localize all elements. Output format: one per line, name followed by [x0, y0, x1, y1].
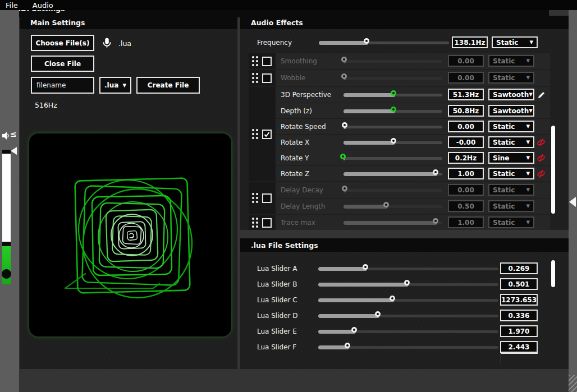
effect-slider[interactable] — [344, 154, 442, 163]
menu-audio[interactable]: Audio — [33, 1, 53, 10]
frequency-mode-dropdown[interactable]: Static▼ — [492, 36, 538, 48]
effect-mode-dropdown[interactable]: Static▼ — [488, 72, 534, 84]
lua-slider-label: Lua Slider C — [257, 296, 297, 304]
effect-mode-dropdown[interactable]: Static▼ — [488, 136, 534, 148]
spin-toggle-button[interactable] — [535, 169, 547, 179]
effect-mode-dropdown[interactable]: Static▼ — [488, 216, 534, 228]
spin-toggle-button[interactable] — [535, 137, 547, 147]
lua-slider[interactable] — [318, 311, 498, 320]
effect-row: Wobble 0.00 Static▼ — [276, 70, 550, 86]
volume-meter[interactable] — [2, 150, 11, 286]
chevron-down-icon: ▼ — [529, 108, 533, 113]
lua-sliders: Lua Slider A 0.269 Lua Slider B 0.501 Lu… — [240, 261, 569, 355]
close-file-button[interactable]: Close File — [31, 56, 94, 72]
audio-effects-header: Audio Effects — [240, 16, 569, 29]
effect-label: Delay Length — [281, 202, 326, 210]
effect-slider[interactable] — [344, 138, 442, 147]
edit-effect-button[interactable] — [535, 90, 547, 100]
lua-scrollbar[interactable] — [551, 260, 555, 287]
effect-row: Rotate Speed 0.00 Static▼ — [276, 118, 550, 134]
volume-tick — [2, 242, 11, 246]
effect-value[interactable]: 51.3Hz — [448, 89, 484, 100]
drag-handle-icon[interactable] — [252, 129, 258, 139]
volume-slider-thumb[interactable] — [2, 269, 11, 279]
effect-label: Rotate Y — [281, 154, 309, 162]
effect-slider[interactable] — [344, 90, 442, 99]
drag-handle-icon[interactable] — [252, 56, 258, 66]
right-gutter — [569, 10, 577, 392]
effect-mode-dropdown[interactable]: Static▼ — [488, 184, 534, 196]
effect-enable-checkbox[interactable] — [262, 73, 272, 83]
audio-effects-panel: Audio Effects Frequency 138.1Hz Static▼ … — [240, 16, 569, 230]
resize-grip[interactable] — [569, 375, 577, 392]
lua-slider-label: Lua Slider F — [257, 343, 296, 351]
lua-slider-row: Lua Slider E 1.970 — [240, 324, 569, 339]
group-controls — [249, 182, 276, 214]
effect-mode-dropdown[interactable]: Static▼ — [488, 121, 534, 132]
effect-slider[interactable] — [344, 57, 442, 66]
effect-value[interactable]: 0.50 — [448, 200, 484, 212]
effect-slider[interactable] — [344, 169, 442, 178]
volume-marker-triangle[interactable] — [11, 147, 17, 155]
effect-mode-dropdown[interactable]: Sawtooth▼ — [488, 105, 534, 117]
frequency-slider[interactable] — [319, 38, 449, 47]
effect-mode-dropdown[interactable]: Static▼ — [488, 168, 534, 179]
lua-slider[interactable] — [318, 280, 498, 289]
effect-slider[interactable] — [344, 107, 442, 116]
lua-settings-header: .lua File Settings — [240, 238, 569, 252]
effect-label: Trace max — [281, 219, 315, 227]
effect-slider[interactable] — [344, 202, 442, 211]
lua-slider-value[interactable]: 1273.653 — [500, 294, 538, 306]
lua-slider-value[interactable]: 0.269 — [500, 262, 538, 274]
menu-file[interactable]: File — [6, 1, 18, 10]
effect-mode-dropdown[interactable]: Sine▼ — [488, 152, 534, 164]
filename-input[interactable]: filename — [31, 77, 94, 94]
effect-value[interactable]: 0.00 — [448, 184, 484, 196]
lua-slider[interactable] — [318, 264, 498, 273]
effect-enable-checkbox[interactable] — [262, 130, 272, 139]
lua-slider[interactable] — [318, 296, 498, 305]
effect-enable-checkbox[interactable] — [262, 193, 272, 203]
spin-toggle-button[interactable] — [535, 153, 547, 163]
effect-mode-dropdown[interactable]: Sawtooth▼ — [488, 89, 534, 100]
effect-slider[interactable] — [344, 186, 442, 195]
drag-handle-icon[interactable] — [252, 193, 258, 203]
effect-slider[interactable] — [344, 122, 442, 131]
extension-dropdown[interactable]: .lua ▼ — [99, 77, 131, 94]
effect-value[interactable]: -0.00 — [448, 136, 484, 148]
effect-value[interactable]: 0.00 — [448, 72, 484, 84]
effect-label: Wobble — [281, 74, 305, 82]
group-controls — [249, 70, 276, 86]
choose-files-button[interactable]: Choose File(s) — [31, 35, 94, 51]
effect-label: Rotate Z — [281, 170, 309, 178]
lua-slider-value[interactable]: 2.443 — [500, 341, 538, 353]
effect-value[interactable]: 1.00 — [448, 168, 484, 179]
effect-mode-dropdown[interactable]: Static▼ — [488, 55, 534, 67]
lua-slider[interactable] — [318, 327, 498, 336]
effect-value[interactable]: 1.00 — [448, 216, 484, 228]
drag-handle-icon[interactable] — [252, 218, 258, 228]
effect-slider[interactable] — [344, 73, 442, 82]
chevron-down-icon: ▼ — [529, 92, 533, 97]
effect-value[interactable]: 0.2Hz — [448, 152, 484, 164]
effect-value[interactable]: 0.00 — [448, 121, 484, 132]
lua-slider[interactable] — [318, 343, 498, 352]
panel-collapse-arrow-icon[interactable] — [569, 197, 576, 207]
frequency-row: Frequency 138.1Hz Static▼ — [240, 35, 569, 50]
effect-enable-checkbox[interactable] — [262, 57, 272, 66]
create-file-button[interactable]: Create File — [136, 77, 200, 94]
microphone-icon[interactable] — [102, 36, 112, 49]
pencil-icon — [537, 91, 546, 99]
effect-value[interactable]: 0.00 — [448, 55, 484, 67]
drag-handle-icon[interactable] — [252, 73, 258, 83]
effect-value[interactable]: 50.8Hz — [448, 105, 484, 117]
effect-slider[interactable] — [344, 218, 442, 227]
frequency-readout: 516Hz — [35, 101, 57, 109]
lua-slider-value[interactable]: 0.501 — [500, 278, 538, 290]
effect-enable-checkbox[interactable] — [262, 218, 272, 228]
lua-slider-value[interactable]: 0.336 — [500, 310, 538, 321]
frequency-value[interactable]: 138.1Hz — [452, 36, 488, 48]
effect-mode-dropdown[interactable]: Static▼ — [488, 200, 534, 212]
effects-scrollbar[interactable] — [551, 126, 555, 214]
lua-slider-value[interactable]: 1.970 — [500, 325, 538, 337]
